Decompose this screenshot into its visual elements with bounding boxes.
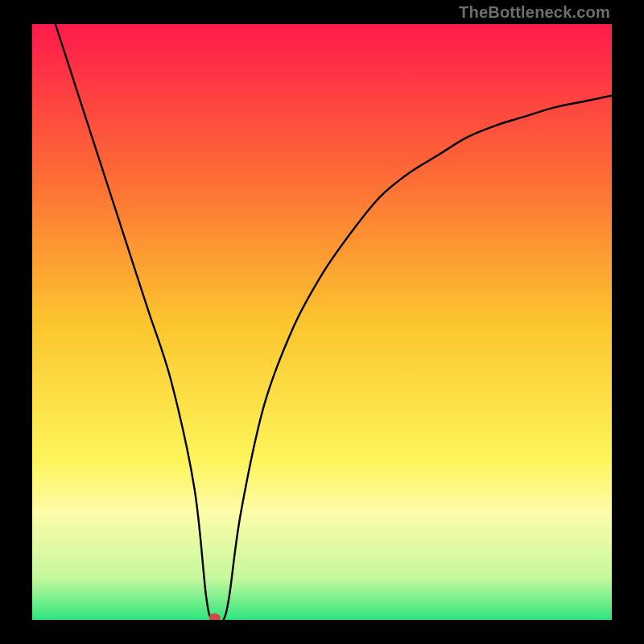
chart-background	[32, 24, 612, 620]
chart-svg	[32, 24, 612, 620]
watermark-text: TheBottleneck.com	[459, 3, 610, 22]
chart-frame: TheBottleneck.com	[0, 0, 644, 644]
plot-area	[32, 24, 612, 620]
